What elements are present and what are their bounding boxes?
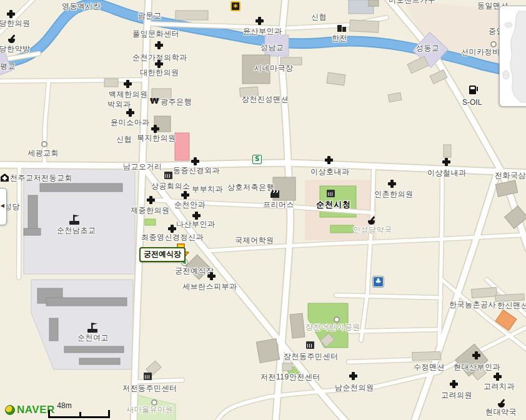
label-nasan-obgyn[interactable]: 나산부인과	[176, 220, 216, 229]
label-goryeo-clinic[interactable]: 고려의원	[441, 391, 472, 400]
label-sujeong-mansion[interactable]: 수정맨션	[414, 363, 445, 372]
pharmacy-icon[interactable]	[7, 35, 16, 43]
label-chodang-clinic[interactable]: 초당한의원	[0, 19, 31, 28]
label-sangho-savings-bank[interactable]: 상호저축은행	[227, 183, 274, 192]
label-shinhyup-north[interactable]: 신협	[311, 13, 327, 22]
label-seonmi-car-repair[interactable]: 선미카정비	[461, 48, 500, 57]
label-chodang-pharmacy[interactable]: 초당한약방	[0, 45, 31, 54]
savings-bank-icon[interactable]	[231, 1, 241, 11]
hospital-cross-icon[interactable]	[450, 380, 458, 388]
label-seongdong-bridge[interactable]: 성동교	[416, 44, 440, 53]
label-isangho-internal[interactable]: 이상호내과	[310, 168, 350, 177]
hospital-cross-icon[interactable]	[388, 180, 396, 188]
hospital-cross-icon[interactable]	[155, 60, 163, 68]
label-yunsan-obgyn[interactable]: 윤산부인과	[243, 27, 282, 36]
label-saemaeul-kindergarten[interactable]: 새마을유아원	[126, 406, 173, 414]
won-bank-icon[interactable]	[150, 97, 159, 105]
map-canvas[interactable]: 초당한의원 초당한약방 영동멕시칸 남문교 풀잎문화센터 윤산부인과 신협 한전…	[0, 0, 526, 420]
hospital-cross-icon[interactable]	[7, 10, 15, 18]
label-cinema-theater[interactable]: 시네마극장	[254, 64, 294, 73]
hospital-cross-icon[interactable]	[168, 225, 176, 233]
park-tree-icon[interactable]	[373, 276, 384, 287]
label-s-oil[interactable]: S-OIL	[462, 99, 482, 107]
junction-dot-icon[interactable]	[41, 141, 47, 147]
label-catholic-jeojeon-church[interactable]: 천주교저전동교회	[10, 174, 72, 183]
school-flag-icon[interactable]	[69, 215, 79, 225]
label-park-surgery[interactable]: 박외과	[107, 100, 131, 109]
government-building-icon[interactable]	[144, 373, 152, 380]
label-hyundai-obgyn[interactable]: 현대산부인과	[454, 363, 500, 372]
hospital-cross-icon[interactable]	[151, 125, 159, 133]
label-international-language[interactable]: 국제어학원	[235, 237, 274, 245]
junction-dot-icon[interactable]	[334, 316, 340, 323]
label-hanjeon[interactable]: 한전	[332, 34, 347, 43]
hospital-cross-icon[interactable]	[147, 196, 155, 204]
school-flag-icon[interactable]	[87, 323, 97, 333]
label-bubu-dental[interactable]: 부부치과	[192, 185, 223, 194]
label-daehan-clinic[interactable]: 대한한의원	[140, 69, 179, 77]
hospital-cross-icon[interactable]	[494, 373, 502, 381]
hospital-cross-icon[interactable]	[256, 17, 264, 25]
label-dongjeung-neurosurgery[interactable]: 동증신경외과	[173, 167, 220, 175]
label-jangcheon-jinseong-mansion[interactable]: 장천진성맨션	[242, 95, 289, 104]
label-jeonhwaguk-samgeori[interactable]: 전화국삼거리	[495, 172, 526, 180]
gas-station-icon[interactable]	[469, 85, 476, 94]
pharmacy-icon[interactable]	[367, 217, 375, 225]
hospital-cross-icon[interactable]	[325, 156, 333, 164]
government-building-icon[interactable]	[306, 341, 314, 349]
label-jejung-clinic[interactable]: 제중한의원	[131, 207, 170, 215]
label-severance-derm[interactable]: 세브란스피부과	[182, 283, 237, 291]
government-building-icon[interactable]	[327, 190, 335, 197]
overview-map-panel[interactable]	[499, 6, 526, 107]
label-suncheon-nam-elementary[interactable]: 순천남초교	[57, 227, 96, 235]
label-shinhyup-south[interactable]: 신협	[116, 135, 132, 144]
hospital-cross-icon[interactable]	[181, 191, 189, 199]
label-seongnam-bridge[interactable]: 성남교	[261, 44, 284, 52]
label-yeongdong-mexican[interactable]: 영동멕시칸	[62, 2, 101, 11]
cinema-icon[interactable]	[270, 190, 279, 198]
label-pyeong-bridge[interactable]: 평교	[0, 62, 16, 71]
place-highlight-label[interactable]: 궁전예식장	[139, 247, 186, 262]
label-inchon-clinic[interactable]: 인촌한의원	[374, 190, 414, 199]
hospital-cross-icon[interactable]	[349, 372, 357, 380]
hospital-cross-icon[interactable]	[191, 157, 199, 165]
bank-logo-icon[interactable]	[252, 155, 262, 164]
collapse-side-panel[interactable]: ◀	[0, 188, 7, 225]
label-insungdang-pharmacy[interactable]: 인성당약국	[353, 226, 392, 235]
label-suncheon-city-hall[interactable]: 순천시청	[316, 200, 351, 210]
power-company-icon[interactable]	[337, 24, 347, 32]
label-jeojeon-119-fire-center[interactable]: 저전119안전센터	[261, 373, 320, 382]
pharmacy-icon[interactable]	[497, 399, 505, 408]
label-jangcheon-community-center[interactable]: 장천동주민센터	[284, 353, 339, 361]
label-segwang-church[interactable]: 세광교회	[27, 149, 59, 158]
government-building-icon[interactable]	[164, 172, 172, 179]
hospital-cross-icon[interactable]	[126, 109, 134, 117]
label-suncheon-eye-clinic[interactable]: 순천안과	[174, 201, 206, 210]
label-nammun-bridge[interactable]: 남문교	[138, 12, 162, 21]
label-pulip-culture-center[interactable]: 풀잎문화센터	[132, 30, 179, 39]
label-mido-cent-furniture[interactable]: 미도센트가구	[389, 0, 435, 5]
naver-logo[interactable]: NAVER	[5, 404, 55, 416]
hospital-cross-icon[interactable]	[155, 41, 163, 49]
label-hanshin-mansion[interactable]: 한신맨션	[497, 301, 526, 310]
label-jeojeon-community-center[interactable]: 저전동주민센터	[122, 384, 177, 393]
hospital-cross-icon[interactable]	[472, 351, 480, 359]
hospital-cross-icon[interactable]	[124, 80, 132, 88]
hospital-cross-icon[interactable]	[207, 272, 216, 280]
label-choijongyoung-neuropsych[interactable]: 최종영신경정신과	[141, 233, 204, 242]
label-namsuncheon-clinic[interactable]: 남순천의원	[335, 384, 374, 393]
label-hyundai-pharmacy[interactable]: 현대약국	[485, 408, 517, 417]
label-jangcheon-childrens-park[interactable]: 장천어린이공원	[305, 323, 360, 332]
label-namgyo-intersection[interactable]: 남교오거리	[123, 163, 162, 172]
label-yunmi-pediatrics[interactable]: 윤미소아과	[111, 119, 150, 127]
label-baekje-clinic[interactable]: 백제한의원	[109, 90, 148, 99]
label-isangcheol-internal[interactable]: 이상철내과	[427, 169, 467, 178]
label-primus[interactable]: 프리머스	[263, 201, 294, 210]
label-korea-rural-corp[interactable]: 한국농촌공사	[449, 301, 496, 310]
junction-dot-icon[interactable]	[490, 41, 497, 47]
label-suncheon-girls-high[interactable]: 순천여고	[77, 334, 109, 343]
hospital-cross-icon[interactable]	[192, 212, 201, 220]
label-bokji-clinic[interactable]: 복지한의원	[137, 134, 176, 143]
junction-dot-icon[interactable]	[151, 399, 157, 406]
label-goryeo-dental[interactable]: 고려치과	[484, 383, 515, 391]
